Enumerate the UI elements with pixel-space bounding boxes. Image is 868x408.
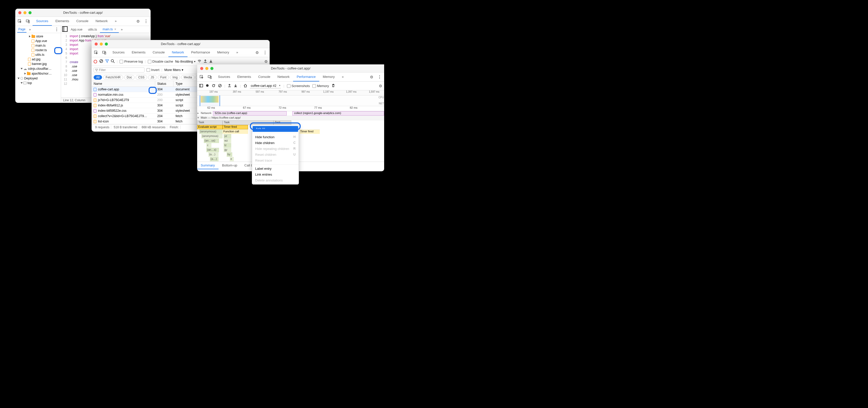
network-track[interactable]: ▸ Network 522e.css (coffee-cart.app) col… bbox=[197, 111, 384, 116]
inspect-icon[interactable] bbox=[93, 49, 100, 56]
record-icon[interactable] bbox=[94, 60, 97, 63]
filter-icon[interactable] bbox=[105, 59, 109, 64]
tab-bottomup[interactable]: Bottom-up bbox=[219, 162, 241, 169]
detail-ruler[interactable]: 62 ms67 ms72 ms77 ms82 ms bbox=[197, 106, 384, 111]
main-track-header[interactable]: ▾ Main — https://coffee-cart.app/ bbox=[197, 116, 384, 120]
editor-overflow-icon[interactable] bbox=[121, 28, 123, 31]
overview-chart[interactable]: CPU NET bbox=[197, 95, 384, 106]
editor-tab-maints[interactable]: main.ts× bbox=[100, 26, 119, 33]
disable-cache-checkbox[interactable]: Disable cache bbox=[148, 60, 173, 63]
tree-file-bannerjpg[interactable]: banner.jpg bbox=[15, 62, 61, 66]
pill-font[interactable]: Font bbox=[158, 75, 169, 80]
ctx-hide-function[interactable]: Hide functionH bbox=[252, 134, 299, 140]
memory-checkbox[interactable]: Memory bbox=[312, 84, 329, 88]
tab-network[interactable]: Network bbox=[274, 72, 293, 82]
titlebar[interactable]: DevTools - coffee-cart.app/ bbox=[197, 64, 384, 72]
pill-all[interactable]: All bbox=[94, 75, 102, 80]
ctx-link-entries[interactable]: Link entries bbox=[252, 172, 299, 177]
tabs-overflow-icon[interactable] bbox=[111, 17, 120, 26]
navigator-icon[interactable] bbox=[62, 26, 68, 33]
close-icon[interactable] bbox=[200, 67, 203, 70]
pill-js[interactable]: JS bbox=[148, 75, 157, 80]
flame-timer-fired[interactable]: Timer fired bbox=[223, 125, 248, 129]
tree-folder-store[interactable]: store bbox=[15, 34, 61, 39]
tree-file-adjpg[interactable]: ad.jpg bbox=[15, 57, 61, 62]
tree-file-maints[interactable]: main.ts bbox=[15, 43, 61, 48]
tab-elements[interactable]: Elements bbox=[234, 72, 255, 82]
tab-network[interactable]: Network bbox=[168, 48, 188, 57]
menu-icon[interactable] bbox=[261, 49, 269, 56]
clear-icon[interactable] bbox=[99, 59, 103, 64]
recording-select[interactable]: coffee-cart.app #2 bbox=[250, 84, 281, 88]
download-icon[interactable] bbox=[209, 59, 213, 64]
reload-icon[interactable] bbox=[212, 84, 215, 88]
close-icon[interactable] bbox=[95, 42, 98, 46]
tab-sources[interactable]: Sources bbox=[109, 48, 128, 57]
tab-performance[interactable]: Performance bbox=[187, 48, 213, 57]
tab-elements[interactable]: Elements bbox=[128, 48, 149, 57]
minimize-icon[interactable] bbox=[23, 11, 27, 14]
maximize-icon[interactable] bbox=[105, 42, 108, 46]
tab-sources[interactable]: Sources bbox=[33, 17, 52, 26]
pill-css[interactable]: CSS bbox=[135, 75, 147, 80]
editor-tab-utilsts[interactable]: utils.ts bbox=[86, 26, 99, 33]
clear-icon[interactable] bbox=[218, 84, 222, 88]
more-filters-select[interactable]: More filters ▾ bbox=[164, 68, 183, 72]
throttling-select[interactable]: No throttling ▾ bbox=[175, 60, 195, 63]
search-icon[interactable] bbox=[111, 59, 115, 64]
pill-fetchxhr[interactable]: Fetch/XHR bbox=[103, 75, 123, 80]
download-icon[interactable] bbox=[234, 84, 237, 88]
tab-console[interactable]: Console bbox=[255, 72, 274, 82]
tabs-overflow-icon[interactable] bbox=[233, 48, 242, 57]
tree-deployed[interactable]: Deployed bbox=[15, 76, 61, 81]
settings-icon[interactable] bbox=[253, 49, 260, 56]
invert-checkbox[interactable]: Invert bbox=[147, 68, 159, 72]
record-icon[interactable] bbox=[206, 84, 209, 88]
perf-settings-icon[interactable] bbox=[379, 84, 382, 88]
tree-domain-cdnjs[interactable]: cdnjs.cloudflar… bbox=[15, 66, 61, 71]
tree-file-utilsts[interactable]: utils.ts bbox=[15, 52, 61, 57]
pill-media[interactable]: Media bbox=[181, 75, 195, 80]
pill-doc[interactable]: Doc bbox=[124, 75, 134, 80]
close-icon[interactable] bbox=[18, 11, 21, 14]
minimize-icon[interactable] bbox=[205, 67, 208, 70]
network-settings-icon[interactable] bbox=[264, 59, 268, 64]
ctx-ask-ai[interactable]: Ask AI bbox=[253, 126, 298, 132]
tab-elements[interactable]: Elements bbox=[52, 17, 73, 26]
ctx-label-entry[interactable]: Label entry bbox=[252, 166, 299, 172]
file-tree[interactable]: store App.vue main.ts router.ts utils.ts… bbox=[15, 33, 61, 86]
settings-icon[interactable] bbox=[368, 74, 375, 81]
device-icon[interactable] bbox=[206, 74, 213, 81]
upload-icon[interactable] bbox=[228, 84, 231, 88]
sidebar-menu-icon[interactable] bbox=[55, 27, 59, 32]
tab-network[interactable]: Network bbox=[92, 17, 112, 26]
maximize-icon[interactable] bbox=[210, 67, 213, 70]
tab-performance[interactable]: Performance bbox=[293, 72, 319, 82]
pill-img[interactable]: Img bbox=[170, 75, 180, 80]
filter-input[interactable]: Filter bbox=[94, 67, 145, 72]
tree-file-routerts[interactable]: router.ts bbox=[15, 48, 61, 52]
screenshots-checkbox[interactable]: Screenshots bbox=[287, 84, 310, 88]
settings-icon[interactable] bbox=[134, 18, 142, 25]
ctx-hide-children[interactable]: Hide childrenC bbox=[252, 140, 299, 146]
overview-ruler[interactable]: 197 ms397 ms597 ms797 ms997 ms1,197 ms1,… bbox=[197, 90, 384, 95]
tabs-overflow-icon[interactable] bbox=[338, 72, 347, 82]
minimize-icon[interactable] bbox=[100, 42, 103, 46]
tab-summary[interactable]: Summary bbox=[197, 162, 219, 169]
tab-sources[interactable]: Sources bbox=[214, 72, 234, 82]
preserve-log-checkbox[interactable]: Preserve log bbox=[120, 60, 143, 63]
tab-memory[interactable]: Memory bbox=[319, 72, 338, 82]
tree-top[interactable]: top bbox=[15, 81, 61, 85]
tab-console[interactable]: Console bbox=[149, 48, 168, 57]
device-icon[interactable] bbox=[24, 18, 32, 25]
titlebar[interactable]: DevTools - coffee-cart.app/ bbox=[92, 40, 270, 48]
sidebar-tab-page[interactable]: Page bbox=[17, 27, 27, 33]
editor-tab-appvue[interactable]: App.vue bbox=[68, 26, 85, 33]
upload-icon[interactable] bbox=[204, 59, 207, 64]
toggle-sidebar-icon[interactable] bbox=[199, 84, 203, 88]
tree-folder-ajax[interactable]: ajax/libs/nor… bbox=[15, 71, 61, 76]
device-icon[interactable] bbox=[101, 49, 108, 56]
tab-memory[interactable]: Memory bbox=[214, 48, 233, 57]
inspect-icon[interactable] bbox=[16, 18, 23, 25]
trash-icon[interactable] bbox=[332, 84, 335, 88]
